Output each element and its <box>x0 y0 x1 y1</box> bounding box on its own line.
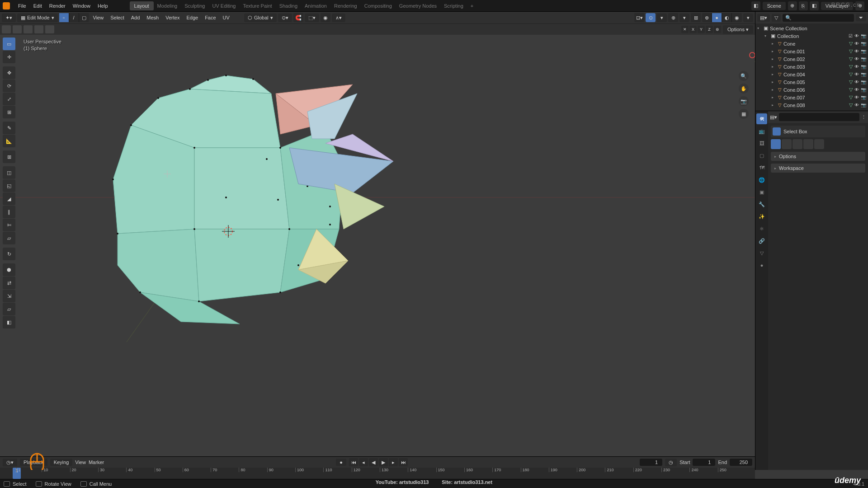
disable-render-icon[interactable]: 📷 <box>861 103 866 108</box>
vp-menu-view[interactable]: View <box>90 14 107 22</box>
move-tool[interactable]: ✥ <box>3 66 15 79</box>
shading-solid-icon[interactable]: ● <box>712 13 722 22</box>
sel-mode-invert[interactable] <box>803 139 813 149</box>
end-frame[interactable]: 250 <box>730 459 752 466</box>
outliner-display-mode[interactable]: ▤▾ <box>757 14 770 22</box>
mirror-none-icon[interactable]: ✕ <box>681 26 689 33</box>
outliner-item[interactable]: ▸▽Cone.003▽👁📷 <box>755 63 868 70</box>
scene-browse-icon[interactable]: ◧ <box>751 1 760 10</box>
sel-tool-icon5[interactable] <box>45 25 54 33</box>
orientation-selector[interactable]: ⬡Global▾ <box>244 14 277 22</box>
props-options-icon[interactable]: ⋮ <box>861 114 866 120</box>
outliner-search[interactable]: 🔍 <box>783 14 854 22</box>
menu-render[interactable]: Render <box>46 1 69 10</box>
viewlayer-browse-icon[interactable]: ◧ <box>810 1 819 10</box>
scene-new-icon[interactable]: ⊕ <box>788 1 797 10</box>
rip-tool[interactable]: ◧ <box>3 316 15 328</box>
outliner-item[interactable]: ▸▽Cone.007▽👁📷 <box>755 94 868 101</box>
outliner-filter-icon[interactable]: ▽ <box>772 14 781 22</box>
edge-select-icon[interactable]: / <box>69 13 79 22</box>
rotate-tool[interactable]: ⟳ <box>3 80 15 92</box>
measure-tool[interactable]: 📐 <box>3 135 15 147</box>
hide-icon[interactable]: 👁 <box>854 49 859 54</box>
tab-compositing[interactable]: Compositing <box>361 1 396 10</box>
vp-menu-select[interactable]: Select <box>108 14 127 22</box>
editor-type-selector[interactable]: ✦▾ <box>2 14 16 22</box>
sel-tool-icon1[interactable] <box>2 25 11 33</box>
select-box-tool[interactable]: ▭ <box>3 38 15 50</box>
vp-menu-face[interactable]: Face <box>202 14 218 22</box>
scene-selector[interactable]: Scene <box>763 2 786 10</box>
viewport-canvas[interactable]: ▭ ✛ ✥ ⟳ ⤢ ⊞ ✎ 📐 ⊞ ◫ ◱ ◢ ∥ ✄ ▱ ↻ ⬢ ⇄ ⇲ ▱ <box>0 35 755 470</box>
disable-render-icon[interactable]: 📷 <box>861 87 866 92</box>
hide-icon[interactable]: 👁 <box>854 64 859 69</box>
timeline-view[interactable]: View <box>75 460 86 465</box>
vp-menu-uv[interactable]: UV <box>220 14 232 22</box>
mirror-y[interactable]: Y <box>698 26 705 33</box>
prop-tab-viewlayer[interactable]: ▢ <box>756 150 767 161</box>
shading-wireframe-icon[interactable]: ⊕ <box>702 13 712 22</box>
vp-menu-edge[interactable]: Edge <box>184 14 201 22</box>
knife-tool[interactable]: ✄ <box>3 219 15 231</box>
prop-tab-output[interactable]: 🖼 <box>756 138 767 149</box>
tab-animation[interactable]: Animation <box>301 1 330 10</box>
smooth-tool[interactable]: ⬢ <box>3 263 15 276</box>
pan-icon[interactable]: ✋ <box>739 84 749 94</box>
start-frame[interactable]: 1 <box>693 459 715 466</box>
hide-icon[interactable]: 👁 <box>854 33 859 38</box>
prop-tab-data[interactable]: ▽ <box>756 248 767 258</box>
bevel-tool[interactable]: ◢ <box>3 192 15 205</box>
shading-rendered-icon[interactable]: ◉ <box>732 13 742 22</box>
sel-mode-new[interactable] <box>771 139 781 149</box>
snap-options[interactable]: ⬚▾ <box>305 14 319 22</box>
scene-copy-icon[interactable]: ⎘ <box>799 1 808 10</box>
outliner-item[interactable]: ▸▽Cone.002▽👁📷 <box>755 55 868 63</box>
outliner-filter-toggle[interactable]: ⏷ <box>856 14 866 21</box>
camera-view-icon[interactable]: 📷 <box>739 96 749 106</box>
workspace-panel[interactable]: ▸Workspace <box>771 164 865 173</box>
timeline-keying[interactable]: Keying <box>50 459 73 466</box>
sel-mode-intersect[interactable] <box>814 139 824 149</box>
prop-tab-scene[interactable]: 🗺 <box>756 162 767 173</box>
tab-modeling[interactable]: Modeling <box>154 1 181 10</box>
frame-sync-icon[interactable]: ◷ <box>665 459 677 466</box>
overlays-toggle[interactable]: ⊕ <box>668 13 678 22</box>
sel-mode-extend[interactable] <box>782 139 792 149</box>
autokey-toggle[interactable]: ● <box>336 459 346 466</box>
menu-help[interactable]: Help <box>94 1 112 10</box>
hide-icon[interactable]: 👁 <box>854 87 859 92</box>
timeline-marker[interactable]: Marker <box>89 460 104 465</box>
outliner-item[interactable]: ▸▽Cone.009▽👁📷 <box>755 109 868 111</box>
outliner-item[interactable]: ▸▽Cone.008▽👁📷 <box>755 101 868 109</box>
menu-file[interactable]: File <box>14 1 30 10</box>
blender-logo-icon[interactable] <box>3 2 10 9</box>
outliner-item[interactable]: ▸▽Cone.001▽👁📷 <box>755 47 868 55</box>
auto-merge-icon[interactable]: ⊛ <box>714 26 721 33</box>
cursor-tool[interactable]: ✛ <box>3 51 15 63</box>
mirror-z[interactable]: Z <box>706 26 713 33</box>
props-search[interactable] <box>779 113 859 121</box>
options-dropdown[interactable]: Options ▾ <box>723 25 753 34</box>
vp-menu-add[interactable]: Add <box>128 14 143 22</box>
outliner-tree[interactable]: ▾▣Scene Collection ▾▣ Collection ☑👁📷 ▸▽C… <box>755 23 868 111</box>
hide-icon[interactable]: 👁 <box>854 72 859 77</box>
outliner-item[interactable]: ▸▽Cone.004▽👁📷 <box>755 70 868 78</box>
prop-tab-particles[interactable]: ✨ <box>756 211 767 222</box>
prop-tab-physics[interactable]: ⚛ <box>756 223 767 234</box>
loop-cut-tool[interactable]: ∥ <box>3 206 15 218</box>
mesh-edit-mode-icon[interactable]: ⊡▾ <box>634 13 644 22</box>
hide-icon[interactable]: 👁 <box>854 110 859 111</box>
tab-add[interactable]: + <box>467 1 477 10</box>
outliner-item[interactable]: ▸▽Cone.006▽👁📷 <box>755 86 868 94</box>
outliner-scene-collection[interactable]: ▾▣Scene Collection <box>755 24 868 32</box>
jump-end-icon[interactable]: ⏭ <box>399 458 408 466</box>
disable-render-icon[interactable]: 📷 <box>861 33 866 38</box>
outliner-item[interactable]: ▸▽Cone.005▽👁📷 <box>755 78 868 86</box>
hide-icon[interactable]: 👁 <box>854 103 859 108</box>
hide-icon[interactable]: 👁 <box>854 95 859 100</box>
sel-tool-icon2[interactable] <box>13 25 22 33</box>
disable-render-icon[interactable]: 📷 <box>861 56 866 61</box>
show-gizmo-toggle[interactable]: ⊙ <box>646 13 656 22</box>
gizmo-options[interactable]: ▾ <box>657 14 667 22</box>
disable-render-icon[interactable]: 📷 <box>861 41 866 46</box>
